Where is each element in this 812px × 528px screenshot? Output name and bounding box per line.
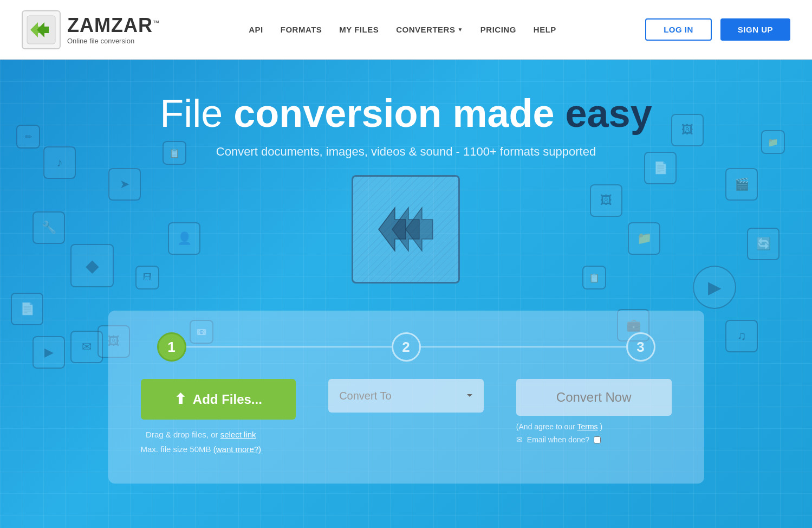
step-1-circle: 1 <box>157 332 186 362</box>
nav-pricing[interactable]: PRICING <box>480 25 516 34</box>
nav-converters[interactable]: CONVERTERS ▼ <box>396 25 463 34</box>
logo-brand: ZAMZAR™ <box>67 14 160 37</box>
fi-refresh: 🔄 <box>747 228 779 260</box>
fi-music: ♫ <box>725 320 758 352</box>
want-more-link[interactable]: (want more?) <box>213 445 261 454</box>
main-nav: API FORMATS MY FILES CONVERTERS ▼ PRICIN… <box>249 25 556 34</box>
terms-link[interactable]: Terms <box>577 422 597 431</box>
fi-film: 🎞 <box>135 266 159 289</box>
svg-marker-5 <box>406 208 433 251</box>
signup-button[interactable]: SIGN UP <box>720 18 790 41</box>
fi-film2: 🎬 <box>725 168 758 201</box>
fi-arrow-up: ➤ <box>108 168 141 201</box>
hero-subtitle: Convert documents, images, videos & soun… <box>160 145 652 159</box>
fi-photo2: 🖼 <box>671 114 704 146</box>
convert-now-button[interactable]: Convert Now <box>516 379 672 416</box>
nav-api[interactable]: API <box>249 25 263 34</box>
sketch-box <box>352 175 460 284</box>
nav-my-files[interactable]: MY FILES <box>339 25 379 34</box>
hero-title: File conversion made easy <box>160 92 652 135</box>
nav-help[interactable]: HELP <box>534 25 556 34</box>
file-info: Drag & drop files, or select link Max. f… <box>141 427 262 456</box>
add-files-col: ⬆ Add Files... Drag & drop files, or sel… <box>141 379 296 456</box>
conversion-form-section: 1 2 3 ⬆ Add Files... <box>108 311 704 484</box>
controls-row: ⬆ Add Files... Drag & drop files, or sel… <box>141 379 672 456</box>
step-3-circle: 3 <box>626 332 655 362</box>
svg-marker-4 <box>392 208 419 251</box>
fi-gem: ◆ <box>70 244 114 287</box>
form-panel: 1 2 3 ⬆ Add Files... <box>108 311 704 484</box>
fi-mp3: ♪ <box>43 146 76 179</box>
fi-folder2: 📁 <box>761 130 785 154</box>
logo-icon <box>22 10 61 49</box>
email-row: ✉ Email when done? <box>516 435 601 444</box>
fi-envelope1: ✉ <box>70 331 103 363</box>
select-link[interactable]: select link <box>220 430 256 439</box>
header-buttons: LOG IN SIGN UP <box>645 18 790 41</box>
convert-to-select[interactable]: Convert To <box>328 379 484 413</box>
logo-area: ZAMZAR™ Online file conversion <box>22 10 160 49</box>
chevron-down-icon: ▼ <box>457 27 463 33</box>
fi-wrench: 🔧 <box>33 211 65 244</box>
logo-text-area: ZAMZAR™ Online file conversion <box>67 14 160 45</box>
add-files-button[interactable]: ⬆ Add Files... <box>141 379 296 420</box>
step-2-circle: 2 <box>392 332 421 362</box>
logo-subtitle: Online file conversion <box>67 37 160 45</box>
steps-row: 1 2 3 <box>141 332 672 362</box>
step-line-1 <box>186 346 392 347</box>
header: ZAMZAR™ Online file conversion API FORMA… <box>0 0 812 60</box>
step-line-2 <box>421 346 626 347</box>
convert-to-col: Convert To <box>328 379 484 413</box>
email-checkbox[interactable] <box>594 436 601 443</box>
upload-icon: ⬆ <box>174 391 186 408</box>
hero-logo-sketch <box>352 175 460 284</box>
svg-marker-3 <box>379 208 406 251</box>
fi-play: ▶ <box>693 266 736 309</box>
convert-now-col: Convert Now (And agree to our Terms ) ✉ … <box>516 379 672 444</box>
fi-pencil: ✏ <box>16 125 40 149</box>
nav-formats[interactable]: FORMATS <box>281 25 322 34</box>
hero-content: File conversion made easy Convert docume… <box>160 60 652 300</box>
fi-file1: 📄 <box>11 293 43 325</box>
fi-mov: ▶ <box>33 336 65 369</box>
login-button[interactable]: LOG IN <box>645 18 712 41</box>
hero-section: ✏ 🔧 📄 ♪ ◆ ➤ 🎞 ✉ ▶ 🖼 📋 👤 📧 🖼 🎬 ▶ 📁 🔄 💼 ♫ … <box>0 60 812 528</box>
agree-text: (And agree to our Terms ) <box>516 422 602 431</box>
